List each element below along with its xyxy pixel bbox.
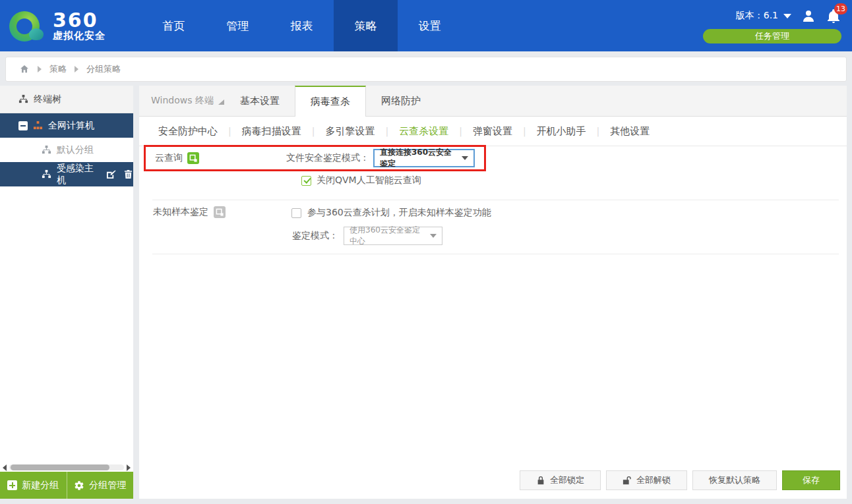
logo-cloud-icon bbox=[9, 9, 46, 43]
policy-content-panel: Windows 终端 基本设置 病毒查杀 网络防护 安全防护中心 | 病毒扫描设… bbox=[139, 86, 847, 499]
plus-icon bbox=[7, 480, 17, 490]
breadcrumb-separator-icon bbox=[75, 66, 78, 72]
group-icon bbox=[42, 145, 51, 155]
appraisal-mode-value: 使用360云安全鉴定中心 bbox=[350, 225, 425, 247]
version-label: 版本：6.1 bbox=[736, 10, 778, 22]
notification-bell-icon[interactable]: 13 bbox=[826, 8, 841, 24]
unlock-all-label: 全部解锁 bbox=[636, 474, 671, 486]
section-divider bbox=[152, 200, 839, 200]
policy-lock-toggle-icon[interactable] bbox=[214, 206, 226, 218]
tree-node-label: 全网计算机 bbox=[48, 120, 94, 132]
join-cloud-plan-row[interactable]: 参与360云查杀计划，开启未知样本鉴定功能 bbox=[291, 207, 491, 219]
section-divider bbox=[152, 254, 839, 254]
unlock-all-button[interactable]: 全部解锁 bbox=[606, 470, 687, 490]
top-navbar: 360 虚拟化安全 首页 管理 报表 策略 设置 版本：6.1 bbox=[0, 0, 852, 51]
scroll-right-icon[interactable] bbox=[127, 464, 131, 471]
qvm-checkbox-row[interactable]: 关闭QVM人工智能云查询 bbox=[301, 175, 421, 186]
version-selector[interactable]: 版本：6.1 bbox=[736, 10, 791, 22]
file-security-mode-value: 直接连接360云安全鉴定 bbox=[380, 147, 456, 169]
nav-item-settings[interactable]: 设置 bbox=[398, 0, 462, 51]
virus-subtabs: 安全防护中心 | 病毒扫描设置 | 多引擎设置 | 云查杀设置 | 弹窗设置 |… bbox=[139, 117, 847, 146]
unknown-sample-section-label: 未知样本鉴定 bbox=[153, 206, 226, 218]
join-cloud-plan-label: 参与360云查杀计划，开启未知样本鉴定功能 bbox=[307, 207, 491, 219]
task-management-button[interactable]: 任务管理 bbox=[703, 29, 841, 43]
notification-count-badge: 13 bbox=[834, 3, 847, 14]
qvm-checkbox[interactable] bbox=[301, 176, 311, 186]
select-caret-icon bbox=[430, 234, 437, 238]
new-group-label: 新建分组 bbox=[22, 480, 59, 491]
policy-action-bar: 全部锁定 全部解锁 恢复默认策略 保存 bbox=[520, 470, 840, 490]
trash-icon[interactable] bbox=[123, 169, 133, 179]
logo-brand: 360 bbox=[53, 10, 106, 31]
app-logo: 360 虚拟化安全 bbox=[0, 9, 142, 43]
tab-basic-settings[interactable]: 基本设置 bbox=[225, 86, 295, 116]
scrollbar-thumb[interactable] bbox=[11, 464, 109, 470]
tab-virus-scan[interactable]: 病毒查杀 bbox=[295, 86, 366, 117]
breadcrumb-policy[interactable]: 策略 bbox=[49, 63, 67, 75]
computers-group-icon bbox=[33, 121, 43, 130]
group-management-button[interactable]: 分组管理 bbox=[67, 472, 134, 499]
select-caret-icon bbox=[462, 156, 468, 160]
breadcrumb-group-policy: 分组策略 bbox=[86, 63, 121, 75]
platform-tabbar: Windows 终端 基本设置 病毒查杀 网络防护 bbox=[139, 86, 847, 117]
page: 360 虚拟化安全 首页 管理 报表 策略 设置 版本：6.1 bbox=[0, 0, 852, 504]
appraisal-mode-select[interactable]: 使用360云安全鉴定中心 bbox=[344, 227, 442, 245]
subtab-cloud-scan-settings[interactable]: 云查杀设置 bbox=[388, 117, 459, 146]
nav-item-home[interactable]: 首页 bbox=[142, 0, 206, 51]
subtab-security-center[interactable]: 安全防护中心 bbox=[158, 117, 228, 146]
tab-network-protection[interactable]: 网络防护 bbox=[366, 86, 436, 116]
join-cloud-plan-checkbox[interactable] bbox=[291, 208, 301, 218]
edit-icon[interactable] bbox=[106, 169, 116, 179]
group-icon bbox=[42, 169, 51, 179]
user-icon[interactable] bbox=[801, 8, 816, 24]
subtab-multi-engine[interactable]: 多引擎设置 bbox=[315, 117, 385, 146]
unlock-icon bbox=[623, 476, 632, 485]
qvm-checkbox-label: 关闭QVM人工智能云查询 bbox=[317, 175, 421, 186]
tree-node-all-computers[interactable]: 全网计算机 bbox=[0, 113, 133, 138]
windows-terminal-selector[interactable]: Windows 终端 bbox=[139, 86, 225, 116]
main-nav: 首页 管理 报表 策略 设置 bbox=[142, 0, 462, 51]
restore-default-button[interactable]: 恢复默认策略 bbox=[692, 470, 777, 490]
file-security-mode-label: 文件安全鉴定模式： bbox=[286, 152, 369, 164]
chevron-down-icon bbox=[783, 14, 791, 18]
nav-item-manage[interactable]: 管理 bbox=[206, 0, 270, 51]
tree-node-default-group[interactable]: 默认分组 bbox=[0, 138, 133, 162]
sidebar-footer: 新建分组 分组管理 bbox=[0, 472, 133, 499]
lock-all-label: 全部锁定 bbox=[550, 474, 584, 486]
sidebar-horizontal-scrollbar[interactable] bbox=[0, 463, 133, 472]
breadcrumb: 策略 分组策略 bbox=[5, 57, 847, 82]
gear-icon bbox=[74, 480, 84, 491]
tree-icon bbox=[18, 94, 28, 104]
annotation-highlight-box: 云查询 文件安全鉴定模式： 直接连接360云安全鉴定 bbox=[144, 145, 486, 171]
restore-default-label: 恢复默认策略 bbox=[709, 474, 760, 486]
terminal-tree-sidebar: 终端树 全网计算机 默认分组 受感染主机 bbox=[0, 86, 133, 499]
nav-item-reports[interactable]: 报表 bbox=[270, 0, 334, 51]
logo-product: 虚拟化安全 bbox=[53, 31, 106, 42]
lock-icon bbox=[536, 476, 545, 485]
nav-item-policy[interactable]: 策略 bbox=[334, 0, 398, 51]
cloud-query-label: 云查询 bbox=[155, 152, 183, 164]
policy-unlock-toggle-icon[interactable] bbox=[187, 152, 199, 164]
windows-terminal-label: Windows 终端 bbox=[151, 95, 214, 107]
sidebar-title: 终端树 bbox=[0, 86, 133, 113]
collapse-icon[interactable] bbox=[18, 121, 28, 130]
save-label: 保存 bbox=[803, 474, 820, 486]
tree-node-infected-hosts[interactable]: 受感染主机 bbox=[0, 162, 133, 186]
corner-triangle-icon bbox=[218, 99, 224, 105]
subtab-virus-scan-settings[interactable]: 病毒扫描设置 bbox=[231, 117, 312, 146]
sidebar-title-label: 终端树 bbox=[34, 94, 61, 105]
subtab-popup-settings[interactable]: 弹窗设置 bbox=[462, 117, 523, 146]
subtab-boot-assistant[interactable]: 开机小助手 bbox=[526, 117, 597, 146]
appraisal-mode-label: 鉴定模式： bbox=[292, 230, 338, 242]
new-group-button[interactable]: 新建分组 bbox=[0, 472, 67, 499]
group-management-label: 分组管理 bbox=[89, 480, 126, 491]
tree-node-label: 默认分组 bbox=[57, 144, 94, 156]
save-button[interactable]: 保存 bbox=[782, 470, 840, 490]
home-icon[interactable] bbox=[19, 64, 30, 74]
scroll-left-icon[interactable] bbox=[3, 464, 7, 471]
subtab-other-settings[interactable]: 其他设置 bbox=[599, 117, 660, 146]
file-security-mode-select[interactable]: 直接连接360云安全鉴定 bbox=[373, 149, 475, 167]
lock-all-button[interactable]: 全部锁定 bbox=[520, 470, 601, 490]
appraisal-mode-row: 鉴定模式： 使用360云安全鉴定中心 bbox=[292, 227, 442, 245]
breadcrumb-separator-icon bbox=[38, 66, 42, 72]
